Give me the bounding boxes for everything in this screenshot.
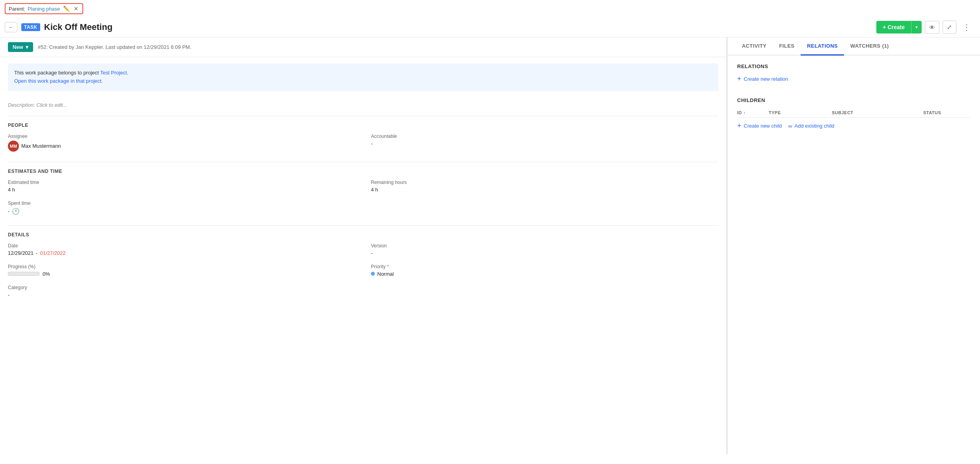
spent-time-field: Spent time - 🕐: [8, 200, 355, 215]
header-left: ← TASK Kick Off Meeting: [5, 22, 112, 32]
create-dropdown-button[interactable]: ▾: [911, 21, 922, 33]
children-section: CHILDREN ID ↑ TYPE SUBJECT STATUS + Crea…: [728, 91, 980, 140]
col-status: STATUS: [923, 110, 971, 115]
right-panel: ACTIVITY FILES RELATIONS WATCHERS (1) RE…: [728, 37, 980, 454]
fullscreen-button[interactable]: ⤢: [943, 20, 956, 34]
category-label: Category: [8, 285, 355, 290]
relations-title: RELATIONS: [737, 63, 971, 69]
add-existing-child-button[interactable]: ∞ Add existing child: [788, 123, 834, 129]
details-fields: Date 12/29/2021 - 01/27/2022 Version - P…: [8, 243, 718, 302]
estimates-fields: Estimated time 4 h Remaining hours 4 h S…: [8, 180, 718, 219]
tab-relations[interactable]: RELATIONS: [801, 37, 844, 56]
progress-bar: [8, 272, 39, 276]
col-id: ID ↑: [737, 110, 769, 115]
remaining-hours-label: Remaining hours: [371, 180, 718, 185]
header-right: + Create ▾ 👁 ⤢ ⋮: [876, 20, 974, 34]
details-section: DETAILS Date 12/29/2021 - 01/27/2022 Ver…: [0, 226, 726, 308]
tab-watchers[interactable]: WATCHERS (1): [844, 37, 895, 56]
estimated-time-value: 4 h: [8, 187, 355, 193]
create-label: + Create: [883, 24, 905, 30]
estimates-section: ESTIMATES AND TIME Estimated time 4 h Re…: [0, 162, 726, 225]
preview-button[interactable]: 👁: [925, 21, 939, 34]
remaining-hours-field: Remaining hours 4 h: [371, 180, 718, 193]
priority-label: Priority *: [371, 264, 718, 269]
date-end: 01/27/2022: [40, 250, 65, 256]
spent-time-dash: -: [8, 208, 9, 214]
status-label: New: [13, 44, 23, 50]
estimated-time-label: Estimated time: [8, 180, 355, 185]
add-existing-child-label: Add existing child: [794, 123, 834, 129]
remove-parent-button[interactable]: ✕: [73, 6, 79, 12]
back-button[interactable]: ←: [5, 22, 17, 32]
project-link[interactable]: Test Project.: [100, 70, 129, 76]
priority-value: Normal: [371, 271, 718, 277]
status-arrow: ▾: [26, 44, 28, 50]
priority-field: Priority * Normal: [371, 264, 718, 277]
parent-label: Parent:: [9, 6, 25, 12]
progress-field: Progress (%) 0%: [8, 264, 355, 277]
relations-section: RELATIONS + Create new relation: [728, 56, 980, 91]
parent-name: Planing phase: [28, 6, 60, 12]
status-bar: New ▾ #52: Created by Jan Keppler. Last …: [0, 37, 726, 57]
date-start: 12/29/2021: [8, 250, 34, 256]
create-button-group: + Create ▾: [876, 21, 922, 33]
accountable-value: -: [371, 141, 718, 147]
assignee-field: Assignee MM Max Mustermann: [8, 134, 355, 152]
avatar: MM: [8, 141, 19, 152]
priority-asterisk: *: [387, 264, 389, 269]
col-subject: SUBJECT: [832, 110, 923, 115]
task-badge: TASK: [21, 23, 40, 31]
parent-bar: Parent: Planing phase ✏️ ✕: [5, 3, 83, 14]
date-field: Date 12/29/2021 - 01/27/2022: [8, 243, 355, 256]
progress-label: Progress (%): [8, 264, 355, 269]
create-relation-button[interactable]: + Create new relation: [737, 75, 788, 83]
assignee-name: Max Mustermann: [21, 143, 61, 149]
assignee-value: MM Max Mustermann: [8, 141, 355, 152]
left-panel: New ▾ #52: Created by Jan Keppler. Last …: [0, 37, 727, 454]
progress-pct-text: 0%: [43, 271, 50, 277]
clock-icon[interactable]: 🕐: [12, 208, 20, 215]
children-add-row: + Create new child ∞ Add existing child: [737, 118, 971, 134]
status-badge[interactable]: New ▾: [8, 42, 33, 52]
tab-files[interactable]: FILES: [773, 37, 801, 56]
create-child-label: Create new child: [744, 123, 782, 129]
open-project-link[interactable]: Open this work package in that project.: [14, 78, 103, 84]
description-placeholder: Description: Click to edit...: [8, 102, 67, 108]
remaining-hours-value: 4 h: [371, 187, 718, 193]
sort-icon[interactable]: ↑: [743, 110, 746, 115]
version-field: Version -: [371, 243, 718, 256]
tab-activity[interactable]: ACTIVITY: [736, 37, 773, 56]
create-button[interactable]: + Create: [876, 21, 911, 33]
estimated-time-field: Estimated time 4 h: [8, 180, 355, 193]
description-area[interactable]: Description: Click to edit...: [0, 97, 726, 116]
people-section: PEOPLE Assignee MM Max Mustermann Accoun…: [0, 116, 726, 162]
spent-time-label: Spent time: [8, 200, 355, 206]
children-table-header: ID ↑ TYPE SUBJECT STATUS: [737, 108, 971, 118]
category-value: -: [8, 292, 355, 298]
children-title: CHILDREN: [737, 97, 971, 103]
progress-bar-wrap: 0%: [8, 271, 50, 277]
estimates-section-title: ESTIMATES AND TIME: [8, 169, 718, 174]
version-label: Version: [371, 243, 718, 249]
spent-time-value: - 🕐: [8, 208, 355, 215]
create-relation-label: Create new relation: [744, 76, 788, 82]
more-options-button[interactable]: ⋮: [960, 21, 974, 33]
date-value: 12/29/2021 - 01/27/2022: [8, 250, 355, 256]
details-section-title: DETAILS: [8, 232, 718, 238]
date-separator: -: [36, 250, 37, 256]
info-box: This work package belongs to project Tes…: [8, 63, 718, 91]
create-child-plus-icon: +: [737, 122, 742, 130]
date-label: Date: [8, 243, 355, 249]
create-child-button[interactable]: + Create new child: [737, 122, 782, 130]
accountable-field: Accountable -: [371, 134, 718, 152]
priority-name: Normal: [377, 271, 394, 277]
info-line1: This work package belongs to project: [14, 70, 99, 76]
col-type: TYPE: [769, 110, 832, 115]
version-value: -: [371, 250, 718, 256]
people-fields: Assignee MM Max Mustermann Accountable -: [8, 134, 718, 156]
category-field: Category -: [8, 285, 355, 298]
link-icon: ∞: [788, 123, 792, 129]
edit-parent-button[interactable]: ✏️: [62, 6, 71, 12]
progress-value: 0%: [8, 271, 355, 277]
tabs: ACTIVITY FILES RELATIONS WATCHERS (1): [728, 37, 980, 56]
